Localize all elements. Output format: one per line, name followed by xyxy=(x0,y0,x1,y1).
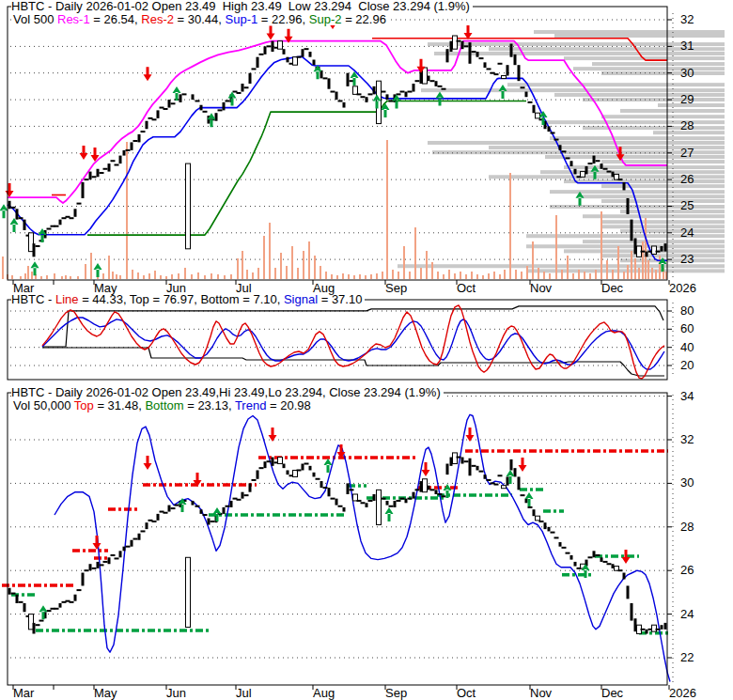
secondary-panel-legend: Vol 50,000 Top = 31.48, Bottom = 23.13, … xyxy=(13,399,314,412)
secondary-panel-title: HBTC - Daily 2026-01-02 Open 23.49,Hi 23… xyxy=(11,386,444,398)
y-axis-label: 28 xyxy=(680,119,694,132)
y-axis-label: 34 xyxy=(680,390,694,402)
y-axis-label: 31 xyxy=(680,39,694,52)
x-axis-label: Aug xyxy=(313,282,335,294)
x-axis-label: 2026 xyxy=(669,687,696,699)
legend-run: Sup-2 xyxy=(309,12,342,26)
price-panel-title: HBTC - Daily 2026-01-02 Open 23.49 High … xyxy=(11,0,473,12)
x-axis-label: Dec xyxy=(601,282,623,294)
y-axis-label: 30 xyxy=(680,67,694,79)
oscillator-panel-title: HBTC - Line = 44.33, Top = 76.97, Bottom… xyxy=(11,293,365,305)
secondary-chart-plot-area[interactable] xyxy=(8,393,667,685)
x-axis-label: Jul xyxy=(236,282,252,294)
y-axis-label: 28 xyxy=(680,521,694,533)
y-axis-label: 26 xyxy=(680,173,694,185)
stock-chart-window: HBTC - Daily 2026-01-02 Open 23.49 High … xyxy=(0,0,733,700)
legend-run: = 26.54, xyxy=(90,12,142,26)
price-chart-plot-area[interactable] xyxy=(8,7,667,280)
legend-run: Vol 500 xyxy=(13,12,57,26)
y-axis-label: 24 xyxy=(680,608,694,620)
y-axis-label: 30 xyxy=(680,476,694,489)
y-axis-label: 32 xyxy=(680,433,694,445)
legend-run: Vol 50,000 xyxy=(13,398,74,412)
y-axis-label: 20 xyxy=(680,359,694,371)
legend-run: = 30.44, xyxy=(174,12,226,26)
legend-run: = 20.98 xyxy=(266,398,310,412)
legend-run: = 22.96 xyxy=(342,12,386,26)
x-axis-label: Jun xyxy=(166,282,186,294)
y-axis-label: 27 xyxy=(680,147,694,159)
y-axis-label: 32 xyxy=(680,13,694,25)
x-axis-label: May xyxy=(94,282,117,294)
x-axis-label: Nov xyxy=(530,687,552,699)
y-axis-label: 25 xyxy=(680,199,694,211)
title-run: Line xyxy=(55,292,79,306)
x-axis-label: Mar xyxy=(13,687,34,699)
oscillator-plot-area[interactable] xyxy=(8,300,667,380)
y-axis-label: 40 xyxy=(680,341,694,353)
legend-run: = 23.13, xyxy=(184,398,235,412)
x-axis-label: Jun xyxy=(166,687,186,699)
x-axis-label: Mar xyxy=(13,282,34,294)
y-axis-label: 29 xyxy=(680,93,694,105)
x-axis-label: Jul xyxy=(236,687,252,699)
x-axis-label: May xyxy=(94,687,117,699)
x-axis-label: Dec xyxy=(601,687,623,699)
title-run: HBTC - Daily 2026-01-02 Open 23.49 High … xyxy=(11,0,470,13)
title-run: HBTC - Daily 2026-01-02 Open 23.49,Hi 23… xyxy=(11,385,441,399)
legend-run: Sup-1 xyxy=(226,12,258,26)
legend-run: Bottom xyxy=(145,398,183,412)
y-axis-label: 24 xyxy=(680,226,694,239)
y-axis-label: 60 xyxy=(680,322,694,334)
x-axis-label: Sep xyxy=(385,282,407,294)
x-axis-label: Oct xyxy=(457,687,476,699)
x-axis-label: 2026 xyxy=(669,282,696,294)
legend-run: = 31.48, xyxy=(94,398,146,412)
x-axis-label: Sep xyxy=(385,687,407,699)
legend-run: Trend xyxy=(235,398,266,412)
legend-run: = 22.96, xyxy=(257,12,309,26)
legend-run: Res-2 xyxy=(141,12,174,26)
x-axis-label: Aug xyxy=(313,687,335,699)
y-axis-label: 26 xyxy=(680,564,694,576)
price-panel-legend: Vol 500 Res-1 = 26.54, Res-2 = 30.44, Su… xyxy=(13,13,389,25)
y-axis-label: 22 xyxy=(680,651,694,663)
x-axis-label: Nov xyxy=(530,282,552,294)
legend-run: Top xyxy=(74,398,94,412)
legend-run: Res-1 xyxy=(57,12,90,26)
x-axis-label: Oct xyxy=(457,282,476,294)
y-axis-label: 23 xyxy=(680,253,694,265)
y-axis-label: 80 xyxy=(680,304,694,317)
